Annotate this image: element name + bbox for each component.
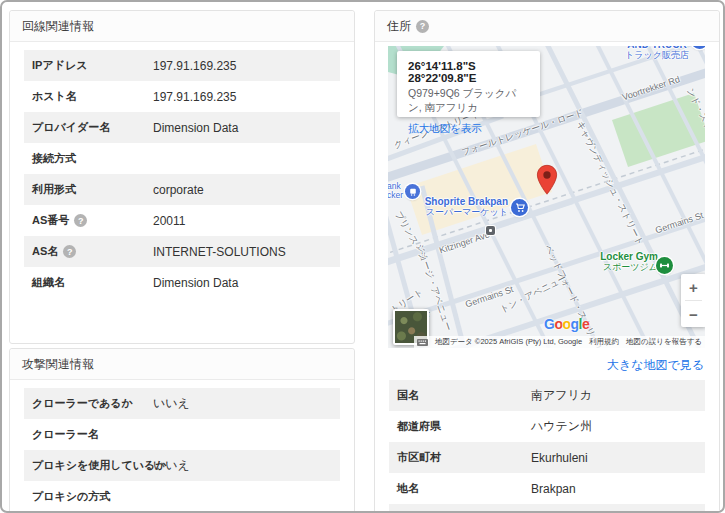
zoom-out-button[interactable]: − <box>681 301 705 327</box>
table-row: AS名? INTERNET-SOLUTIONS <box>24 236 340 267</box>
table-row: クローラー名 <box>24 419 340 450</box>
row-label: プロバイダー名 <box>32 120 110 135</box>
row-label: ホスト名 <box>32 89 77 104</box>
google-logo[interactable]: Google <box>544 316 589 332</box>
view-larger-map-link[interactable]: 拡大地図を表示 <box>408 122 529 136</box>
poi-shoprite[interactable]: Shoprite Brakpan スーパーマーケット <box>416 196 508 218</box>
zoom-in-button[interactable]: + <box>681 274 705 300</box>
train-station-icon[interactable] <box>486 226 495 235</box>
row-label: 組織名 <box>32 275 65 290</box>
row-label: 国名 <box>397 388 419 403</box>
coordinates-text: 26°14'11.8"S 28°22'09.8"E <box>408 60 529 84</box>
map-canvas[interactable]: クィーン・ストリート フォールトレッケール・ロード Voortrekker Rd… <box>388 46 705 348</box>
gym-icon[interactable] <box>656 257 673 274</box>
row-value: Dimension Data <box>153 121 238 135</box>
table-row-clipped <box>389 504 705 513</box>
line-info-card: 回線関連情報 IPアドレス 197.91.169.235 ホスト名 197.91… <box>9 10 355 344</box>
table-row: 地名 Brakpan <box>389 473 705 504</box>
poi-bank[interactable]: ank cker <box>388 182 403 200</box>
poi-truck-store[interactable]: AND TRUCK トラック販売店 <box>616 46 698 61</box>
row-label: 利用形式 <box>32 182 76 197</box>
table-row: 接続方式 <box>24 143 340 174</box>
table-row: 組織名 Dimension Data <box>24 267 340 298</box>
shopping-cart-icon[interactable] <box>511 199 528 216</box>
row-label: 接続方式 <box>32 151 76 166</box>
map-attribution: 地図データ ©2025 AfriGIS (Pty) Ltd, Google 利用… <box>414 336 705 348</box>
attack-info-card: 攻撃関連情報 クローラーであるか いいえ クローラー名 プロキシを使用しているか… <box>9 348 355 513</box>
table-row: 国名 南アフリカ <box>389 380 705 411</box>
zoom-control: + − <box>681 274 705 327</box>
keyboard-shortcuts-icon[interactable] <box>417 339 428 346</box>
address-table: 国名 南アフリカ 都道府県 ハウテン州 市区町村 Ekurhuleni 地名 B… <box>389 380 705 513</box>
table-row: プロキシを使用しているか いいえ <box>24 450 340 481</box>
row-value: いいえ <box>153 457 190 474</box>
map-data-credit: 地図データ ©2025 AfriGIS (Pty) Ltd, Google <box>435 337 582 347</box>
help-icon[interactable]: ? <box>74 214 87 227</box>
table-row: IPアドレス 197.91.169.235 <box>24 50 340 81</box>
transit-station-icon[interactable] <box>405 184 420 199</box>
row-value: 南アフリカ <box>531 387 592 404</box>
help-icon[interactable]: ? <box>416 20 429 33</box>
row-label: 都道府県 <box>397 419 441 434</box>
table-row: クローラーであるか いいえ <box>24 388 340 419</box>
table-row: 利用形式 corporate <box>24 174 340 205</box>
line-info-table: IPアドレス 197.91.169.235 ホスト名 197.91.169.23… <box>10 42 354 312</box>
help-icon[interactable]: ? <box>63 245 76 258</box>
plus-code-text: Q979+9Q6 ブラックパン, 南アフリカ <box>408 87 529 115</box>
report-error-link[interactable]: 地図の誤りを報告する <box>626 337 702 347</box>
row-label: AS名 <box>32 244 58 259</box>
table-row: 市区町村 Ekurhuleni <box>389 442 705 473</box>
row-label: プロキシの方式 <box>32 489 110 504</box>
address-card: 住所 ? <box>374 10 720 513</box>
row-value: ハウテン州 <box>531 418 592 435</box>
attack-info-header: 攻撃関連情報 <box>10 349 354 380</box>
attack-info-title: 攻撃関連情報 <box>22 350 94 379</box>
row-label: IPアドレス <box>32 58 87 73</box>
table-row: プロバイダー名 Dimension Data <box>24 112 340 143</box>
row-value: 197.91.169.235 <box>153 59 236 73</box>
row-value: Brakpan <box>531 482 576 496</box>
attack-info-table: クローラーであるか いいえ クローラー名 プロキシを使用しているか いいえ プロ… <box>10 380 354 513</box>
row-value: 20011 <box>153 214 185 228</box>
address-header: 住所 ? <box>375 11 719 42</box>
open-larger-map-link[interactable]: 大きな地図で見る <box>607 357 704 374</box>
row-value: 197.91.169.235 <box>153 90 236 104</box>
table-row: プロキシの方式 <box>24 481 340 512</box>
line-info-header: 回線関連情報 <box>10 11 354 42</box>
location-pin[interactable] <box>536 164 558 196</box>
row-label: 地名 <box>397 481 419 496</box>
row-value: INTERNET-SOLUTIONS <box>153 245 286 259</box>
line-info-title: 回線関連情報 <box>22 12 94 41</box>
row-value: Ekurhuleni <box>531 451 588 465</box>
map-info-window: 26°14'11.8"S 28°22'09.8"E Q979+9Q6 ブラックパ… <box>397 51 540 117</box>
row-label: プロキシを使用しているか <box>32 458 167 473</box>
table-row: AS番号? 20011 <box>24 205 340 236</box>
poi-locker-gym[interactable]: Locker Gym スポーツジム <box>568 251 658 273</box>
row-value: いいえ <box>153 395 190 412</box>
row-label: AS番号 <box>32 213 69 228</box>
address-title: 住所 <box>387 12 411 41</box>
row-value: corporate <box>153 183 204 197</box>
terms-link[interactable]: 利用規約 <box>589 337 619 347</box>
row-label: クローラー名 <box>32 427 99 442</box>
row-value: Dimension Data <box>153 276 238 290</box>
table-row: 都道府県 ハウテン州 <box>389 411 705 442</box>
ip-lookup-page: { "ui": { "help_glyph": "?", "zoom_in": … <box>0 0 725 513</box>
row-label: クローラーであるか <box>32 396 133 411</box>
row-label: 市区町村 <box>397 450 441 465</box>
table-row: ホスト名 197.91.169.235 <box>24 81 340 112</box>
